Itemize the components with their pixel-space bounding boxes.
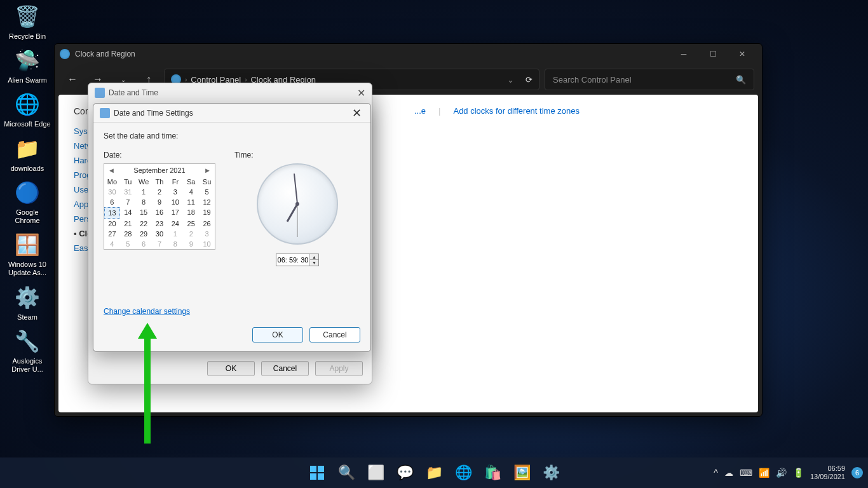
cancel-button[interactable]: Cancel bbox=[309, 327, 360, 342]
calendar-day[interactable]: 29 bbox=[136, 229, 152, 239]
window-title: Clock and Region bbox=[75, 50, 135, 58]
edge-icon[interactable]: 🌐 bbox=[451, 460, 476, 485]
desktop: 🗑️Recycle Bin🛸Alien Swarm🌐Microsoft Edge… bbox=[0, 0, 55, 383]
wifi-icon[interactable]: 📶 bbox=[759, 468, 770, 478]
calendar-day[interactable]: 15 bbox=[136, 207, 152, 219]
store-icon[interactable]: 🛍️ bbox=[480, 460, 505, 485]
calendar-day[interactable]: 5 bbox=[120, 239, 136, 249]
settings-icon[interactable]: ⚙️ bbox=[538, 460, 564, 485]
control-panel-titlebar[interactable]: Clock and Region ─ ☐ ✕ bbox=[55, 44, 762, 64]
tray-clock[interactable]: 06:59 13/09/2021 bbox=[810, 464, 845, 481]
onedrive-icon[interactable]: ☁ bbox=[724, 468, 733, 478]
calendar-day[interactable]: 19 bbox=[199, 207, 215, 219]
calendar-day[interactable]: 1 bbox=[167, 229, 183, 239]
settings-titlebar[interactable]: Date and Time Settings ✕ bbox=[93, 104, 370, 123]
ok-button[interactable]: OK bbox=[207, 361, 255, 376]
calendar-day[interactable]: 7 bbox=[152, 239, 168, 249]
calendar-day[interactable]: 16 bbox=[152, 207, 168, 219]
close-button[interactable]: ✕ bbox=[357, 87, 365, 99]
task-link-add-clocks[interactable]: Add clocks for different time zones bbox=[453, 106, 579, 116]
calendar-day[interactable]: 9 bbox=[183, 239, 199, 249]
next-month-button[interactable]: ► bbox=[204, 166, 211, 174]
address-dropdown-icon[interactable]: ⌄ bbox=[507, 75, 514, 85]
desktop-icon-windows-10-update[interactable]: 🪟Windows 10 Update As... bbox=[3, 231, 51, 277]
date-label: Date: bbox=[104, 151, 215, 159]
calendar-day[interactable]: 17 bbox=[167, 207, 183, 219]
desktop-icon-recycle-bin[interactable]: 🗑️Recycle Bin bbox=[3, 3, 51, 41]
desktop-icon-steam[interactable]: ⚙️Steam bbox=[3, 284, 51, 322]
search-box[interactable]: Search Control Panel 🔍 bbox=[545, 69, 754, 90]
calendar-day[interactable]: 8 bbox=[136, 197, 152, 207]
spin-up-button[interactable]: ▲ bbox=[310, 254, 318, 260]
task-view-button[interactable]: ⬜ bbox=[363, 460, 388, 485]
clock-icon bbox=[100, 108, 110, 118]
start-button[interactable] bbox=[304, 460, 330, 485]
back-button[interactable]: ← bbox=[62, 69, 83, 90]
calendar-day[interactable]: 18 bbox=[183, 207, 199, 219]
calendar-day[interactable]: 3 bbox=[167, 187, 183, 197]
calendar-day[interactable]: 1 bbox=[136, 187, 152, 197]
calendar-day[interactable]: 22 bbox=[136, 219, 152, 229]
desktop-icon-auslogics[interactable]: 🔧Auslogics Driver U... bbox=[3, 328, 51, 374]
file-explorer-icon[interactable]: 📁 bbox=[421, 460, 447, 485]
calendar-day[interactable]: 11 bbox=[183, 197, 199, 207]
calendar-day[interactable]: 2 bbox=[152, 187, 168, 197]
calendar-day[interactable]: 8 bbox=[167, 239, 183, 249]
spin-down-button[interactable]: ▼ bbox=[310, 260, 318, 266]
time-field[interactable] bbox=[276, 256, 309, 264]
battery-icon[interactable]: 🔋 bbox=[793, 468, 804, 478]
calendar-day[interactable]: 25 bbox=[183, 219, 199, 229]
calendar-day[interactable]: 31 bbox=[120, 187, 136, 197]
calendar-day[interactable]: 5 bbox=[199, 187, 215, 197]
search-button[interactable]: 🔍 bbox=[334, 460, 359, 485]
calendar-day[interactable]: 21 bbox=[120, 219, 136, 229]
desktop-icon-microsoft-edge[interactable]: 🌐Microsoft Edge bbox=[3, 91, 51, 128]
calendar-day[interactable]: 12 bbox=[199, 197, 215, 207]
tray-time: 06:59 bbox=[810, 464, 845, 473]
calendar-day[interactable]: 30 bbox=[152, 229, 168, 239]
close-button[interactable]: ✕ bbox=[349, 106, 364, 120]
desktop-icon-alien-swarm[interactable]: 🛸Alien Swarm bbox=[3, 47, 51, 85]
calendar-day[interactable]: 23 bbox=[152, 219, 168, 229]
calendar-day[interactable]: 20 bbox=[104, 219, 120, 229]
ok-button[interactable]: OK bbox=[252, 327, 303, 342]
calendar-day[interactable]: 26 bbox=[199, 219, 215, 229]
desktop-icon-google-chrome[interactable]: 🔵Google Chrome bbox=[3, 179, 51, 225]
chevron-right-icon: › bbox=[245, 76, 247, 83]
calendar-day[interactable]: 2 bbox=[183, 229, 199, 239]
close-button[interactable]: ✕ bbox=[728, 44, 757, 64]
calendar-day[interactable]: 13 bbox=[104, 207, 120, 219]
calendar-day[interactable]: 24 bbox=[167, 219, 183, 229]
calendar-day[interactable]: 4 bbox=[183, 187, 199, 197]
tray-overflow-icon[interactable]: ^ bbox=[714, 468, 718, 478]
calendar-day[interactable]: 6 bbox=[104, 197, 120, 207]
calendar-day[interactable]: 10 bbox=[167, 197, 183, 207]
cancel-button[interactable]: Cancel bbox=[261, 361, 309, 376]
notification-badge[interactable]: 6 bbox=[851, 467, 863, 478]
calendar-day[interactable]: 6 bbox=[136, 239, 152, 249]
change-calendar-settings-link[interactable]: Change calendar settings bbox=[104, 307, 190, 316]
calendar-day[interactable]: 28 bbox=[120, 229, 136, 239]
maximize-button[interactable]: ☐ bbox=[698, 44, 728, 64]
calendar-day[interactable]: 27 bbox=[104, 229, 120, 239]
volume-icon[interactable]: 🔊 bbox=[776, 468, 787, 478]
prev-month-button[interactable]: ◄ bbox=[108, 166, 115, 174]
calendar-day[interactable]: 9 bbox=[152, 197, 168, 207]
calendar-day[interactable]: 4 bbox=[104, 239, 120, 249]
time-spinner[interactable]: ▲ ▼ bbox=[276, 254, 319, 266]
search-icon[interactable]: 🔍 bbox=[736, 75, 746, 85]
calendar-day[interactable]: 7 bbox=[120, 197, 136, 207]
task-link[interactable]: ...e bbox=[414, 106, 426, 116]
chat-icon[interactable]: 💬 bbox=[392, 460, 417, 485]
calendar-day[interactable]: 30 bbox=[104, 187, 120, 197]
refresh-icon[interactable]: ⟳ bbox=[526, 75, 532, 85]
calendar-day[interactable]: 14 bbox=[120, 207, 136, 219]
language-icon[interactable]: ⌨ bbox=[740, 468, 752, 478]
calendar-day[interactable]: 10 bbox=[199, 239, 215, 249]
minimize-button[interactable]: ─ bbox=[669, 44, 698, 64]
month-year-label[interactable]: September 2021 bbox=[133, 166, 185, 174]
calendar-day[interactable]: 3 bbox=[199, 229, 215, 239]
desktop-icon-downloads[interactable]: 📁downloads bbox=[3, 135, 51, 173]
date-time-titlebar[interactable]: Date and Time ✕ bbox=[88, 83, 372, 102]
photos-icon[interactable]: 🖼️ bbox=[509, 460, 534, 485]
